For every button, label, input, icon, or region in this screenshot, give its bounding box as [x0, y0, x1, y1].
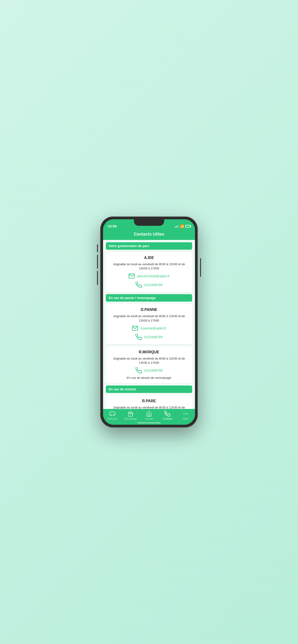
- nav-label-vehicules: Véhicules: [107, 418, 117, 420]
- phone-nav-icon: [164, 411, 170, 417]
- nav-item-accueil[interactable]: Accueil: [142, 411, 156, 420]
- contact-card-dpanne: D.PANNE Joignable du lundi au vendredi d…: [106, 304, 192, 344]
- volume-silent-button: [97, 244, 98, 252]
- contact-hours-aide: Joignable du lundi au vendredi de 8h30 à…: [110, 262, 188, 270]
- svg-point-4: [113, 414, 114, 416]
- contact-name-aide: A.IDE: [144, 256, 154, 260]
- contact-card-rpare: R.PARE Joignable du lundi au vendredi de…: [106, 395, 192, 409]
- status-icons: 📶: [175, 224, 190, 228]
- contact-phone-aide: 0123456789: [144, 283, 162, 287]
- contact-phone-row-dpanne[interactable]: 0123456789: [136, 334, 162, 340]
- car-icon: [109, 411, 115, 417]
- contact-email-row-aide[interactable]: pascal.merle@optixt.fr: [128, 273, 169, 279]
- contact-hours-rmorque: Joignable du lundi au vendredi de 8h30 à…: [110, 356, 188, 365]
- svg-point-6: [185, 413, 186, 414]
- email-icon-dpanne: [132, 325, 138, 332]
- contact-card-rmorque: R.MORQUE Joignable du lundi au vendredi …: [106, 346, 192, 383]
- contact-phone-row-rmorque[interactable]: 0123456798: [136, 367, 162, 374]
- page-title: Contacts Utiles: [134, 232, 164, 236]
- svg-point-5: [184, 413, 184, 414]
- nav-item-contacts[interactable]: Contacts: [160, 411, 174, 420]
- app-header: Contacts Utiles: [103, 230, 195, 240]
- gas-pump-icon: [128, 411, 134, 417]
- volume-down-button: [97, 271, 98, 285]
- contact-hours-dpanne: Joignable du lundi au vendredi de 8h30 à…: [110, 314, 188, 322]
- phone-frame: 10:59 📶 Contacts Utiles Votre gest: [100, 216, 198, 428]
- phone-icon: [136, 282, 142, 288]
- contact-email-aide: pascal.merle@optixt.fr: [137, 274, 169, 278]
- more-icon: [183, 411, 189, 417]
- contact-phone-row-aide[interactable]: 0123456789: [136, 282, 162, 288]
- notch: [134, 219, 164, 226]
- section-sinistre-header: En cas de sinistre: [106, 386, 192, 393]
- home-icon: [146, 411, 152, 417]
- nav-item-vehicules[interactable]: Véhicules: [105, 411, 119, 420]
- battery-icon: [185, 225, 190, 228]
- contact-name-rmorque: R.MORQUE: [139, 350, 159, 354]
- phone-icon-rmorque: [136, 367, 142, 374]
- phone-screen: 10:59 📶 Contacts Utiles Votre gest: [103, 219, 195, 425]
- nav-label-accueil: Accueil: [145, 418, 153, 420]
- contact-email-row-dpanne[interactable]: d.panne@optixt.fr: [132, 325, 166, 332]
- contact-email-dpanne: d.panne@optixt.fr: [141, 326, 166, 330]
- volume-up-button: [97, 255, 98, 269]
- nav-label-kilometrage: Kilométrage: [124, 418, 137, 420]
- phone-icon-dpanne: [136, 334, 142, 340]
- power-button: [200, 258, 201, 277]
- status-time: 10:59: [108, 224, 117, 228]
- home-indicator: [137, 422, 161, 423]
- email-icon: [128, 273, 135, 279]
- contact-name-dpanne: D.PANNE: [141, 308, 157, 312]
- contact-phone-rmorque: 0123456798: [144, 368, 162, 372]
- contact-hours-rpare: Joignable du lundi au vendredi de 8h30 à…: [110, 406, 188, 409]
- wifi-icon: 📶: [180, 224, 184, 228]
- section-gestionnaire-header: Votre gestionnaire de parc: [106, 242, 192, 250]
- nav-label-more: More: [183, 418, 188, 420]
- svg-point-7: [187, 413, 188, 414]
- section-panne-header: En cas de panne / remorquage: [106, 294, 192, 302]
- content-area: Votre gestionnaire de parc A.IDE Joignab…: [103, 240, 195, 409]
- signal-icon: [175, 225, 179, 228]
- contact-note-rmorque: En cas de besoin de remorquage: [127, 376, 171, 380]
- contact-phone-dpanne: 0123456789: [144, 335, 162, 339]
- contact-card-aide: A.IDE Joignable du lundi au vendredi de …: [106, 252, 192, 292]
- nav-label-contacts: Contacts: [163, 418, 172, 420]
- nav-item-kilometrage[interactable]: Kilométrage: [124, 411, 138, 420]
- nav-item-more[interactable]: More: [179, 411, 193, 420]
- contact-name-rpare: R.PARE: [142, 399, 156, 403]
- svg-point-3: [111, 414, 112, 416]
